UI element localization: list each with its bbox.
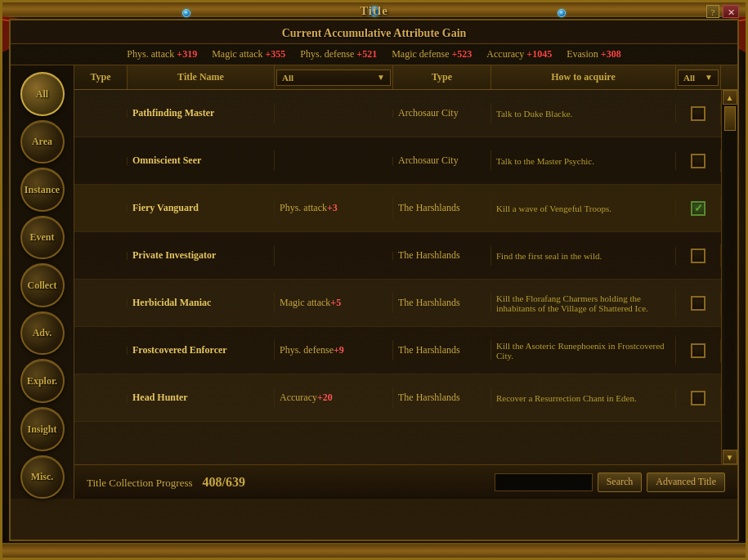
left-gem — [182, 9, 190, 17]
td-type — [74, 204, 128, 213]
sidebar-item-collect[interactable]: Collect — [20, 263, 65, 307]
main-content: Current Accumulative Attribute Gain Phys… — [9, 19, 739, 541]
td-attribute — [275, 157, 393, 165]
checkmark-icon: ✓ — [694, 202, 703, 215]
search-input-container — [495, 473, 593, 491]
td-acquire: Recover a Resurrection Chant in Eden. — [491, 389, 676, 407]
td-type — [74, 157, 128, 165]
scroll-header-spacer — [721, 65, 737, 89]
td-acquire: Kill the Florafang Charmers holding the … — [491, 289, 676, 317]
table-row: Frostcovered Enforcer Phys. defense +9 T… — [74, 327, 721, 374]
attr-magic-attack: Magic attack +355 — [212, 48, 285, 60]
td-title-name: Pathfinding Master — [128, 103, 275, 123]
search-input[interactable] — [495, 474, 592, 491]
sidebar-item-misc[interactable]: Misc. — [20, 455, 65, 500]
scroll-up-button[interactable]: ▲ — [723, 90, 737, 105]
sidebar-item-area[interactable]: Area — [20, 120, 65, 164]
data-table: Type Title Name All ▼ Type — [74, 65, 737, 499]
scrollbar: ▲ ▼ — [721, 90, 737, 464]
sidebar-item-insight[interactable]: Insight — [20, 407, 65, 451]
td-attribute: Magic attack +5 — [275, 293, 393, 313]
td-location: The Harshlands — [393, 198, 491, 218]
td-title-name: Private Investigator — [128, 245, 275, 266]
th-all-dropdown2[interactable]: All ▼ — [676, 65, 721, 89]
attributes-row: Phys. attack +319 Magic attack +355 Phys… — [11, 44, 737, 65]
row-checkbox[interactable] — [691, 296, 705, 311]
row-checkbox[interactable] — [691, 106, 705, 121]
td-location: The Harshlands — [393, 245, 491, 266]
td-title-name: Herbicidal Maniac — [128, 293, 275, 313]
td-checkbox[interactable] — [676, 387, 721, 410]
td-type — [74, 347, 128, 355]
td-checkbox[interactable] — [676, 244, 721, 267]
window-title: Title — [360, 4, 388, 18]
right-gem — [558, 9, 566, 17]
td-type — [74, 110, 128, 118]
table-container: All Area Instance Event Collect Adv. Exp… — [11, 65, 737, 499]
td-checkbox[interactable] — [676, 102, 721, 125]
td-type — [74, 252, 128, 260]
td-attribute — [275, 110, 393, 118]
main-window: Title ? ✕ Current Accumulative Attribute… — [0, 0, 748, 560]
section-title: Current Accumulative Attribute Gain — [11, 20, 737, 44]
category-sidebar: All Area Instance Event Collect Adv. Exp… — [11, 65, 74, 499]
td-location: Archosaur City — [393, 150, 491, 171]
sidebar-item-adv[interactable]: Adv. — [20, 311, 65, 356]
search-button[interactable]: Search — [598, 473, 643, 492]
td-title-name: Fiery Vanguard — [128, 198, 275, 218]
td-attribute: Phys. attack +3 — [275, 198, 393, 218]
table-row: Private Investigator The Harshlands Find… — [74, 232, 721, 280]
td-attribute: Accuracy +20 — [275, 388, 393, 408]
row-checkbox[interactable] — [691, 249, 705, 263]
td-checkbox[interactable] — [676, 150, 721, 172]
td-type — [74, 299, 128, 307]
table-row: Omniscient Seer Archosaur City Talk to t… — [74, 137, 721, 185]
progress-section: Title Collection Progress 408/639 — [87, 475, 245, 490]
attr-accuracy: Accuracy +1045 — [486, 48, 552, 60]
attr-magic-defense: Magic defense +523 — [392, 48, 472, 60]
row-checkbox[interactable] — [691, 343, 705, 358]
td-type — [74, 394, 128, 402]
footer: Title Collection Progress 408/639 Search… — [74, 464, 737, 499]
sidebar-item-explor[interactable]: Explor. — [20, 359, 65, 403]
td-acquire: Kill a wave of Vengeful Troops. — [491, 199, 676, 217]
td-title-name: Frostcovered Enforcer — [128, 340, 275, 361]
td-attribute: Phys. defense +9 — [275, 340, 393, 361]
th-type2: Type — [393, 65, 491, 89]
sidebar-item-instance[interactable]: Instance — [20, 168, 65, 212]
progress-label: Title Collection Progress — [87, 477, 193, 489]
attr-phys-defense: Phys. defense +521 — [300, 48, 377, 60]
progress-value: 408/639 — [203, 475, 245, 489]
row-checkbox[interactable] — [691, 391, 705, 405]
sidebar-item-all[interactable]: All — [20, 72, 65, 116]
td-checkbox[interactable] — [676, 339, 721, 362]
td-acquire: Find the first seal in the wild. — [491, 247, 676, 265]
sidebar-item-event[interactable]: Event — [20, 216, 65, 260]
td-checkbox[interactable]: ✓ — [676, 197, 721, 220]
table-row: Head Hunter Accuracy +20 The Harshlands … — [74, 374, 721, 422]
scroll-down-button[interactable]: ▼ — [723, 450, 737, 464]
th-how-to-acquire: How to acquire — [491, 65, 676, 89]
th-all-dropdown[interactable]: All ▼ — [275, 65, 393, 89]
scroll-track — [724, 105, 736, 450]
scroll-thumb[interactable] — [724, 106, 736, 131]
attr-evasion: Evasion +308 — [567, 48, 621, 60]
help-button[interactable]: ? — [706, 5, 719, 18]
td-title-name: Omniscient Seer — [128, 150, 275, 171]
table-header: Type Title Name All ▼ Type — [74, 65, 737, 90]
td-location: The Harshlands — [393, 293, 491, 313]
table-body: Pathfinding Master Archosaur City Talk t… — [74, 90, 721, 464]
row-checkbox[interactable]: ✓ — [691, 201, 705, 216]
close-button[interactable]: ✕ — [723, 5, 739, 18]
bottom-border — [2, 543, 746, 558]
td-checkbox[interactable] — [676, 292, 721, 315]
all-filter-dropdown2[interactable]: All ▼ — [678, 69, 719, 86]
td-title-name: Head Hunter — [128, 388, 275, 408]
all-filter-dropdown[interactable]: All ▼ — [276, 69, 391, 86]
td-attribute — [275, 252, 393, 260]
advanced-title-button[interactable]: Advanced Title — [647, 473, 725, 492]
td-location: Archosaur City — [393, 103, 491, 123]
row-checkbox[interactable] — [691, 154, 705, 168]
td-acquire: Talk to the Master Psychic. — [491, 152, 676, 170]
dropdown-arrow-icon: ▼ — [377, 73, 385, 82]
